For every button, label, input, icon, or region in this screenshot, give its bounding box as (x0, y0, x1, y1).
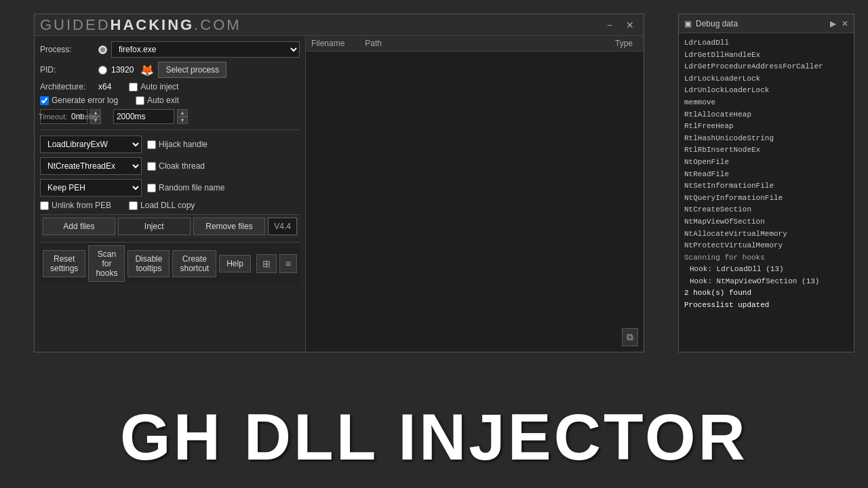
pid-value: 13920 (111, 65, 134, 75)
debug-line: NtQueryInformationFile (684, 192, 848, 205)
random-filename-checkbox[interactable] (147, 184, 156, 192)
random-filename-option: Random file name (147, 183, 224, 192)
injection-method-dropdown[interactable]: LoadLibraryExW (40, 136, 142, 153)
file-list-header: Filename Path Type (306, 36, 644, 52)
unlink-loaddll-row: Unlink from PEB Load DLL copy (40, 201, 300, 210)
process-dropdown[interactable]: firefox.exe (111, 41, 300, 58)
reset-settings-button[interactable]: Reset settings (43, 250, 85, 277)
arch-row: Architecture: x64 Auto inject (40, 82, 300, 92)
debug-line: Processlist updated (684, 300, 848, 312)
screenshot-button[interactable]: ⊞ (256, 254, 277, 273)
random-filename-label: Random file name (159, 183, 224, 192)
bottom-title: GH DLL INJECTOR (120, 400, 748, 474)
scan-hooks-button[interactable]: Scan for hooks (88, 245, 125, 282)
filename-column-header: Filename (311, 39, 344, 48)
debug-line: Hook: LdrLoadDll (13) (684, 264, 848, 276)
unlink-peb-option: Unlink from PEB (40, 201, 111, 210)
help-button[interactable]: Help (219, 255, 251, 272)
pid-row: PID: 13920 🦊 Select process (40, 62, 300, 78)
debug-line: NtCreateSection (684, 204, 848, 216)
debug-line: NtAllocateVirtualMemory (684, 228, 848, 241)
load-dll-copy-label: Load DLL copy (140, 201, 195, 210)
list-button[interactable]: ≡ (279, 254, 297, 273)
unlink-peb-checkbox[interactable] (40, 201, 49, 210)
debug-line: RtlFreeHeap (684, 121, 848, 133)
close-button[interactable]: ✕ (622, 18, 638, 32)
delay-label: Delay: (79, 113, 100, 121)
arch-value: x64 (98, 82, 111, 92)
load-dll-copy-checkbox[interactable] (129, 201, 138, 210)
version-badge: V4.4 (268, 218, 297, 235)
timeout-input[interactable] (113, 109, 174, 124)
debug-expand-button[interactable]: ▶ (830, 19, 836, 28)
injection-method-row: LoadLibraryExW Hijack handle (40, 136, 300, 153)
gen-error-log-checkbox[interactable] (40, 96, 49, 105)
hijack-handle-checkbox[interactable] (147, 140, 156, 149)
debug-line: NtOpenFile (684, 157, 848, 169)
bottom-bar: Reset settings Scan for hooks Disable to… (40, 242, 300, 285)
cloak-thread-option: Cloak thread (147, 161, 205, 171)
add-files-button[interactable]: Add files (43, 218, 115, 235)
inject-button[interactable]: Inject (118, 218, 191, 235)
timeout-label: Timeout: (39, 113, 67, 121)
path-column-header: Path (365, 39, 382, 48)
auto-inject-checkbox[interactable] (129, 83, 138, 92)
logo-com-text: .COM (194, 16, 241, 33)
copy-button[interactable]: ⧉ (622, 328, 638, 346)
gen-error-log-label: Generate error log (52, 96, 118, 105)
pid-label: PID: (40, 65, 94, 75)
debug-controls: ▶ ✕ (830, 19, 848, 28)
timeout-spinner: ▲ ▼ (177, 109, 188, 124)
debug-content: LdrLoadDllLdrGetDllHandleExLdrGetProcedu… (679, 33, 854, 352)
delay-timeout-row: ▲ ▼ Delay: ▲ ▼ Timeout: (40, 109, 300, 124)
debug-line: RtlRbInsertNodeEx (684, 144, 848, 157)
pid-radio[interactable] (98, 66, 107, 75)
debug-title: ▣ Debug data (684, 19, 738, 28)
debug-line: 2 hook(s) found (684, 287, 848, 300)
minimize-button[interactable]: − (603, 18, 616, 32)
disable-tooltips-button[interactable]: Disable tooltips (127, 250, 170, 277)
action-row: Add files Inject Remove files V4.4 (40, 214, 300, 238)
process-label: Process: (40, 45, 94, 54)
cloak-thread-checkbox[interactable] (147, 162, 156, 171)
create-shortcut-button[interactable]: Create shortcut (172, 250, 216, 277)
auto-exit-label: Auto exit (147, 96, 179, 105)
load-dll-copy-option: Load DLL copy (129, 201, 195, 210)
remove-files-button[interactable]: Remove files (193, 218, 266, 235)
title-bar-controls: − ✕ (603, 18, 638, 32)
auto-exit-checkbox[interactable] (136, 96, 144, 105)
debug-line: RtlHashUnicodeString (684, 133, 848, 145)
peh-method-row: Keep PEH Random file name (40, 179, 300, 197)
file-panel: Filename Path Type ⧉ (306, 36, 644, 352)
timeout-group: ▲ ▼ Timeout: (113, 109, 188, 124)
debug-line: NtSetInformationFile (684, 180, 848, 192)
auto-inject-option: Auto inject (129, 82, 178, 92)
debug-title-text: Debug data (696, 19, 738, 28)
peh-method-dropdown[interactable]: Keep PEH (40, 179, 142, 197)
firefox-icon: 🦊 (140, 63, 154, 77)
debug-line: NtReadFile (684, 169, 848, 181)
debug-line: LdrGetProcedureAddressForCaller (684, 61, 848, 73)
main-content: Process: firefox.exe PID: 13920 🦊 Select… (35, 36, 644, 352)
divider-1 (40, 129, 300, 130)
debug-line: Hook: NtMapViewOfSection (13) (684, 276, 848, 288)
debug-line: memmove (684, 97, 848, 109)
thread-method-dropdown[interactable]: NtCreateThreadEx (40, 157, 142, 175)
debug-icon: ▣ (684, 19, 692, 28)
debug-line: RtlAllocateHeap (684, 109, 848, 121)
logo-guided-text: GUIDED (40, 16, 111, 33)
arch-label: Architecture: (40, 82, 94, 92)
debug-line: LdrLoadDll (684, 37, 848, 49)
hijack-handle-label: Hijack handle (159, 140, 208, 149)
process-radio[interactable] (98, 45, 107, 54)
logo-hacking-text: HACKING (111, 16, 195, 33)
debug-title-bar: ▣ Debug data ▶ ✕ (679, 14, 854, 33)
error-log-row: Generate error log Auto exit (40, 96, 300, 105)
debug-close-button[interactable]: ✕ (842, 19, 848, 28)
app-window: GUIDEDHACKING.COM − ✕ Process: firefox.e… (34, 14, 644, 352)
select-process-button[interactable]: Select process (158, 62, 226, 78)
timeout-down-btn[interactable]: ▼ (177, 117, 188, 124)
timeout-up-btn[interactable]: ▲ (177, 109, 188, 117)
auto-exit-option: Auto exit (136, 96, 179, 105)
cloak-thread-label: Cloak thread (159, 161, 205, 171)
